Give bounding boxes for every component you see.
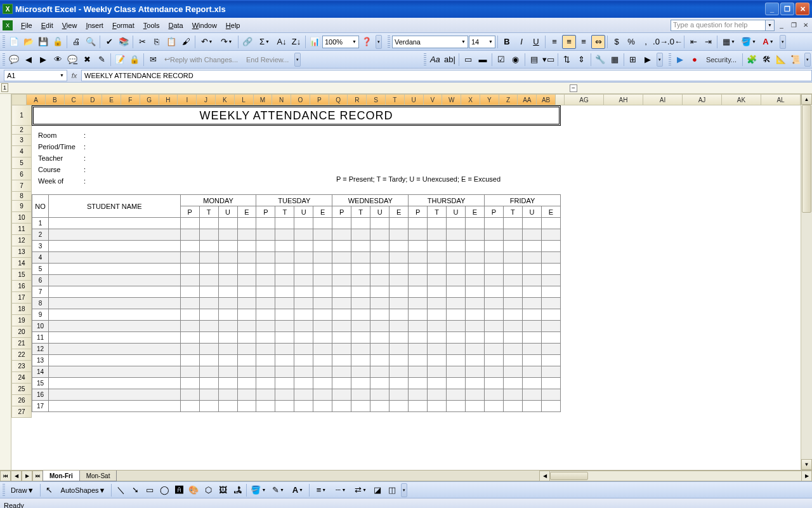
increase-decimal-button[interactable]: .0→: [653, 35, 667, 49]
new-comment-button[interactable]: 💬: [7, 53, 21, 67]
cell-attendance[interactable]: [313, 252, 332, 264]
cell-attendance[interactable]: [409, 321, 428, 332]
sheet-tab[interactable]: Mon-Sat: [79, 471, 117, 481]
protect-workbook-button[interactable]: 🔒: [128, 53, 141, 67]
run-dialog-button[interactable]: ▶: [641, 53, 655, 67]
cell-attendance[interactable]: [370, 389, 390, 401]
cell-attendance[interactable]: [447, 229, 466, 241]
cell-attendance[interactable]: [199, 252, 218, 264]
cell-attendance[interactable]: [218, 321, 237, 332]
cell-attendance[interactable]: [256, 378, 275, 389]
cell-student-name[interactable]: [48, 332, 180, 344]
new-button[interactable]: 📄: [7, 35, 21, 49]
column-header[interactable]: AI: [643, 94, 683, 105]
cell-attendance[interactable]: [199, 389, 218, 401]
cell-attendance[interactable]: [256, 355, 275, 366]
cell-attendance[interactable]: [199, 355, 218, 366]
cell-attendance[interactable]: [503, 286, 522, 298]
column-header[interactable]: B: [46, 94, 65, 105]
cell-attendance[interactable]: [390, 332, 409, 344]
delete-comment-button[interactable]: ✖: [80, 53, 94, 67]
cell-attendance[interactable]: [466, 309, 485, 321]
cell-attendance[interactable]: [294, 309, 313, 321]
cell-attendance[interactable]: [428, 366, 447, 378]
listbox-control-button[interactable]: ▤: [527, 53, 541, 67]
cell-attendance[interactable]: [275, 321, 294, 332]
scroll-thumb[interactable]: [802, 105, 811, 213]
open-button[interactable]: 📂: [22, 35, 36, 49]
menu-format[interactable]: Format: [108, 20, 139, 30]
align-left-button[interactable]: ≡: [547, 35, 561, 49]
column-header[interactable]: W: [442, 94, 461, 105]
end-review-button[interactable]: End Review...: [242, 53, 292, 66]
cell-attendance[interactable]: [409, 366, 428, 378]
font-size-combo[interactable]: 14▼: [469, 36, 495, 48]
column-header[interactable]: AB: [537, 94, 556, 105]
column-header[interactable]: Q: [329, 94, 348, 105]
cell-attendance[interactable]: [313, 378, 332, 389]
cell-attendance[interactable]: [503, 309, 522, 321]
cell-attendance[interactable]: [237, 401, 256, 412]
cell-attendance[interactable]: [390, 321, 409, 332]
option-control-button[interactable]: ◉: [509, 53, 523, 67]
tab-nav-first[interactable]: ⏮: [0, 471, 11, 481]
cell-attendance[interactable]: [237, 275, 256, 286]
arrow-style-tool[interactable]: ⇄▼: [351, 483, 370, 497]
cell-attendance[interactable]: [447, 332, 466, 344]
menu-window[interactable]: Window: [188, 20, 221, 30]
tab-nav-last[interactable]: ⏭: [32, 471, 43, 481]
cell-attendance[interactable]: [199, 309, 218, 321]
scroll-thumb[interactable]: [550, 472, 588, 480]
column-header[interactable]: D: [83, 94, 102, 105]
doc-minimize-button[interactable]: _: [776, 21, 787, 30]
cell-attendance[interactable]: [294, 286, 313, 298]
row-header[interactable]: 13: [11, 246, 32, 258]
cell-attendance[interactable]: [332, 344, 351, 355]
cell-attendance[interactable]: [466, 332, 485, 344]
cell-student-name[interactable]: [48, 321, 180, 332]
column-header[interactable]: F: [121, 94, 140, 105]
cell-no[interactable]: 6: [32, 275, 49, 286]
cell-attendance[interactable]: [237, 298, 256, 309]
cell-attendance[interactable]: [237, 321, 256, 332]
cell-attendance[interactable]: [199, 241, 218, 252]
cell-attendance[interactable]: [294, 366, 313, 378]
cell-attendance[interactable]: [503, 298, 522, 309]
row-header[interactable]: 12: [11, 235, 32, 246]
cell-attendance[interactable]: [256, 229, 275, 241]
show-ink-button[interactable]: ✎: [95, 53, 108, 67]
cell-attendance[interactable]: [447, 401, 466, 412]
cell-attendance[interactable]: [218, 275, 237, 286]
cell-attendance[interactable]: [466, 252, 485, 264]
cell-attendance[interactable]: [218, 286, 237, 298]
cell-attendance[interactable]: [541, 355, 560, 366]
cell-attendance[interactable]: [351, 344, 370, 355]
cell-attendance[interactable]: [313, 355, 332, 366]
cell-attendance[interactable]: [447, 275, 466, 286]
cell-attendance[interactable]: [428, 252, 447, 264]
cell-attendance[interactable]: [275, 389, 294, 401]
cell-attendance[interactable]: [180, 252, 199, 264]
cell-no[interactable]: 12: [32, 344, 49, 355]
cell-student-name[interactable]: [48, 366, 180, 378]
select-all-button[interactable]: [11, 94, 27, 105]
control-toolbox-button[interactable]: 🛠: [759, 53, 773, 67]
currency-button[interactable]: $: [610, 35, 624, 49]
cell-attendance[interactable]: [447, 378, 466, 389]
cell-attendance[interactable]: [351, 401, 370, 412]
row-header[interactable]: 20: [11, 326, 32, 338]
cell-attendance[interactable]: [541, 309, 560, 321]
cell-attendance[interactable]: [503, 229, 522, 241]
toolbar-grip[interactable]: [388, 36, 390, 48]
window-maximize-button[interactable]: ❐: [780, 3, 794, 15]
menu-file[interactable]: File: [16, 20, 37, 30]
cell-attendance[interactable]: [237, 344, 256, 355]
cell-attendance[interactable]: [351, 252, 370, 264]
cell-student-name[interactable]: [48, 229, 180, 241]
cell-attendance[interactable]: [370, 286, 390, 298]
cell-attendance[interactable]: [332, 355, 351, 366]
cell-student-name[interactable]: [48, 309, 180, 321]
cell-attendance[interactable]: [541, 275, 560, 286]
decrease-indent-button[interactable]: ⇤: [686, 35, 700, 49]
dash-style-tool[interactable]: ┄▼: [331, 483, 350, 497]
